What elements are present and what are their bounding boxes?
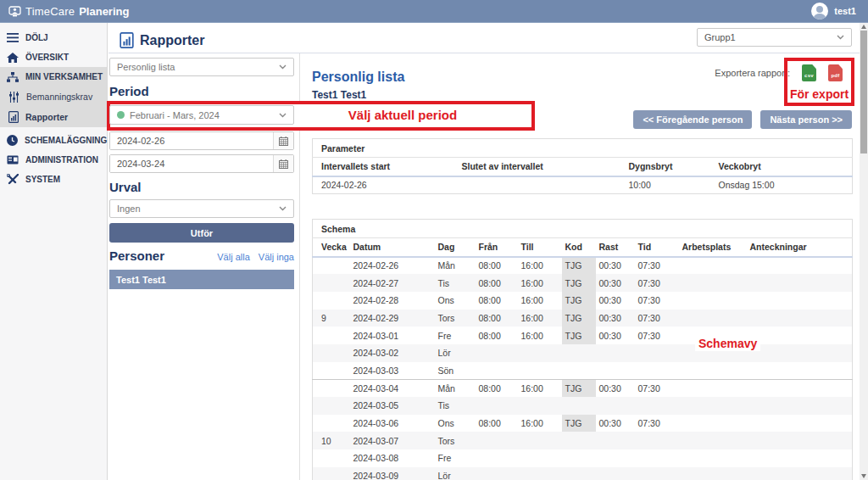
schema-row: 92024-02-29Tors08:0016:00TJG00:3007:30 <box>313 310 853 327</box>
page-title-text: Rapporter <box>140 33 204 48</box>
schema-table: Schema Vecka Datum Dag Från Till Kod Ras… <box>312 219 853 480</box>
sidebar-item-label: Bemanningskrav <box>26 92 92 102</box>
export-pdf-icon[interactable]: pdf <box>828 64 843 81</box>
user-menu[interactable]: test1 <box>811 3 856 20</box>
next-person-button[interactable]: Nästa person >> <box>760 110 852 129</box>
schema-table-title: Schema <box>313 220 853 238</box>
sidebar-item-system[interactable]: SYSTEM <box>0 170 107 189</box>
execute-button[interactable]: Utför <box>109 223 294 243</box>
column-header: Från <box>476 238 518 257</box>
column-header: Rast <box>596 238 635 257</box>
scroll-down-arrow-icon[interactable] <box>861 474 866 478</box>
person-list-item[interactable]: Test1 Test1 <box>109 270 294 289</box>
schema-row: 2024-03-04Mån08:0016:00TJG00:3007:30 <box>313 379 853 397</box>
date-to-input[interactable] <box>110 155 273 172</box>
schema-week-group: 2024-03-04Mån08:0016:00TJG00:3007:302024… <box>313 379 853 480</box>
sidebar-item-dolj[interactable]: DÖLJ <box>0 28 107 47</box>
chevron-down-icon <box>837 35 844 40</box>
sidebar-item-administration[interactable]: ADMINISTRATION <box>0 150 107 170</box>
urval-select[interactable]: Ingen <box>109 199 294 218</box>
column-header: Kod <box>562 238 596 257</box>
brand-name-bold: Planering <box>79 5 129 18</box>
user-avatar-icon <box>811 3 828 20</box>
schema-row: 2024-02-27Tis08:0016:00TJG00:3007:30 <box>313 274 853 292</box>
person-nav-buttons: << Föregående person Nästa person >> <box>633 110 852 129</box>
chevron-down-icon <box>279 206 287 211</box>
report-type-value: Personlig lista <box>117 62 274 72</box>
calendar-icon[interactable] <box>273 132 293 149</box>
report-type-select[interactable]: Personlig lista <box>109 58 294 76</box>
export-label: Exportera rapport: <box>715 68 790 78</box>
column-header: Tid <box>635 238 679 257</box>
schema-week-group: 2024-02-26Mån08:0016:00TJG00:3007:302024… <box>313 257 853 380</box>
clock-icon <box>7 135 18 146</box>
period-status-dot-icon <box>117 111 125 119</box>
brand: TimeCarePlanering <box>8 5 129 18</box>
column-header: Vecka <box>313 238 350 257</box>
annotation-export-text: För export <box>787 87 851 101</box>
schema-row: 2024-02-26Mån08:0016:00TJG00:3007:30 <box>313 257 853 275</box>
report-icon <box>8 111 19 123</box>
page-title: Rapporter <box>120 32 204 48</box>
sidebar-item-oversikt[interactable]: ÖVERSIKT <box>0 47 107 67</box>
report-title: Personlig lista <box>312 70 404 85</box>
sidebar-item-label: ADMINISTRATION <box>25 155 98 165</box>
annotation-schema-text: Schemavy <box>695 336 760 351</box>
column-header: Arbetsplats <box>679 238 747 257</box>
scroll-up-arrow-icon[interactable] <box>861 25 866 29</box>
select-all-link[interactable]: Välj alla <box>217 252 250 262</box>
calendar-icon[interactable] <box>273 155 293 172</box>
schema-row: 2024-03-01Fre08:0016:00TJG00:3007:30 <box>313 327 853 344</box>
brand-name-light: TimeCare <box>25 5 75 18</box>
table-row: 2024-02-26 10:00 Onsdag 15:00 <box>313 176 853 194</box>
sidebar-item-rapporter[interactable]: Rapporter <box>0 107 107 127</box>
menu-icon <box>7 33 19 42</box>
report-person-name: Test1 Test1 <box>312 89 366 101</box>
annotation-period-text: Välj aktuell period <box>309 108 496 122</box>
sidebar-item-label: SYSTEM <box>25 175 60 184</box>
filter-panel: Personlig lista Period Februari - Mars, … <box>109 53 294 480</box>
brand-icon <box>8 6 21 17</box>
column-header: Dygnsbryt <box>626 158 715 176</box>
sidebar: DÖLJ ÖVERSIKT MIN VERKSAMHET Bemanningsk… <box>0 23 108 480</box>
parameter-table-title: Parameter <box>313 139 853 158</box>
export-csv-icon[interactable]: csv <box>802 64 816 81</box>
report-icon <box>120 32 134 48</box>
date-to-field <box>109 154 294 173</box>
urval-select-value: Ingen <box>117 204 274 214</box>
sidebar-group-min-verksamhet: MIN VERKSAMHET Bemanningskrav Rapporter <box>0 67 107 127</box>
schema-row: 2024-03-03Sön <box>313 362 853 380</box>
chevron-down-icon <box>279 64 287 70</box>
sidebar-item-label: MIN VERKSAMHET <box>25 72 103 81</box>
sidebar-item-bemanningskrav[interactable]: Bemanningskrav <box>0 87 107 107</box>
column-header: Slutet av intervallet <box>459 158 626 176</box>
group-select[interactable]: Grupp1 <box>697 28 852 47</box>
period-select-value: Februari - Mars, 2024 <box>130 110 274 120</box>
column-header: Intervallets start <box>313 158 459 176</box>
idcard-icon <box>7 155 19 165</box>
schema-row: 102024-03-07Tors <box>313 432 853 449</box>
date-from-field <box>109 131 294 150</box>
sidebar-item-schemalaggning[interactable]: SCHEMALÄGGNING <box>0 131 107 150</box>
period-select[interactable]: Februari - Mars, 2024 <box>109 105 294 125</box>
period-heading: Period <box>109 84 294 98</box>
group-select-value: Grupp1 <box>704 32 832 42</box>
column-header: Veckobryt <box>715 158 853 176</box>
schema-row: 2024-03-08Fre <box>313 449 853 467</box>
date-from-input[interactable] <box>110 132 273 149</box>
persons-heading: Personer <box>109 248 164 263</box>
sidebar-item-label: DÖLJ <box>25 33 48 42</box>
sidebar-item-label: SCHEMALÄGGNING <box>25 136 107 145</box>
urval-heading: Urval <box>109 180 294 194</box>
sliders-icon <box>8 92 19 103</box>
scrollbar-thumb[interactable] <box>860 31 867 153</box>
select-none-link[interactable]: Välj inga <box>259 252 294 262</box>
tools-icon <box>7 174 19 185</box>
sidebar-item-min-verksamhet[interactable]: MIN VERKSAMHET <box>0 67 107 87</box>
vertical-scrollbar <box>860 23 868 480</box>
schema-row: 2024-02-28Ons08:0016:00TJG00:3007:30 <box>313 292 853 310</box>
schema-row: 2024-03-09Lör <box>313 467 853 480</box>
sitemap-icon <box>7 72 19 82</box>
previous-person-button[interactable]: << Föregående person <box>633 110 752 129</box>
column-header: Anteckningar <box>747 238 853 257</box>
